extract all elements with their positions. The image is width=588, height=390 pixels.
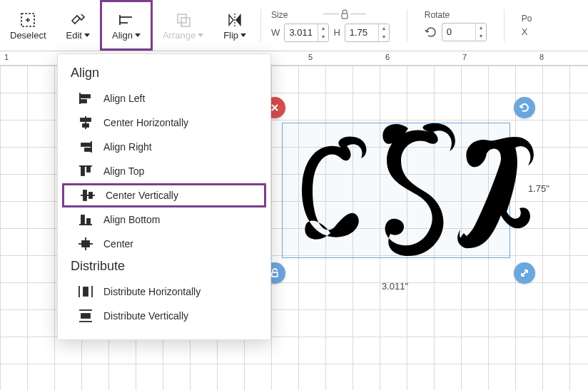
svg-rect-24: [81, 166, 84, 175]
align-right-icon: [78, 140, 93, 154]
svg-rect-40: [81, 314, 90, 318]
align-label: Align: [112, 30, 141, 41]
item-label: Center: [103, 238, 133, 250]
distribute-header: Distribute: [58, 256, 270, 279]
deselect-button[interactable]: Deselect: [0, 0, 56, 51]
svg-rect-27: [83, 190, 86, 200]
monogram-s[interactable]: [365, 121, 458, 264]
spin-down[interactable]: ▾: [476, 32, 486, 41]
center-horizontally-item[interactable]: Center Horizontally: [58, 111, 270, 135]
svg-rect-19: [83, 124, 88, 127]
monogram-c[interactable]: [291, 133, 370, 247]
rotate-field[interactable]: [442, 26, 475, 37]
deselect-label: Deselect: [10, 30, 46, 41]
spin-up[interactable]: ▴: [318, 24, 328, 33]
position-title: Po: [522, 14, 532, 24]
caret-icon: [198, 34, 203, 37]
svg-rect-31: [87, 219, 90, 225]
center-vertically-item[interactable]: Center Vertically: [62, 183, 266, 207]
ruler-tick: 8: [539, 53, 544, 61]
monogram-l[interactable]: [450, 133, 535, 251]
width-field[interactable]: [285, 27, 318, 38]
properties-panel: Size W ▴▾ H ▴▾: [271, 9, 532, 42]
svg-rect-21: [81, 143, 91, 146]
deselect-icon: [20, 10, 36, 30]
flip-button[interactable]: Flip: [213, 0, 256, 51]
distribute-vertically-icon: [78, 309, 93, 323]
svg-rect-7: [181, 18, 190, 26]
w-label: W: [271, 27, 280, 38]
item-label: Distribute Vertically: [103, 310, 188, 322]
rotate-title: Rotate: [425, 10, 487, 20]
align-icon: [118, 10, 135, 30]
edit-label: Edit: [66, 30, 90, 41]
svg-rect-30: [81, 215, 84, 225]
svg-rect-34: [82, 241, 89, 247]
align-button[interactable]: Align: [100, 0, 153, 51]
svg-rect-18: [81, 118, 91, 121]
separator: [407, 9, 407, 42]
resize-handle[interactable]: [514, 262, 535, 284]
rotate-icon: [425, 26, 437, 39]
align-top-icon: [78, 164, 93, 178]
rotate-input[interactable]: ▴▾: [442, 23, 487, 41]
item-label: Center Vertically: [106, 190, 178, 201]
height-input[interactable]: ▴▾: [345, 24, 390, 42]
svg-rect-28: [89, 193, 92, 198]
align-bottom-item[interactable]: Align Bottom: [58, 207, 270, 232]
svg-rect-22: [85, 148, 91, 151]
caret-icon: [240, 34, 246, 37]
flip-label: Flip: [223, 30, 246, 41]
svg-rect-25: [87, 166, 90, 172]
toolbar: Deselect Edit Align Arrange: [0, 0, 588, 51]
align-left-item[interactable]: Align Left: [58, 86, 270, 111]
width-input[interactable]: ▴▾: [284, 24, 329, 42]
size-block: Size W ▴▾ H ▴▾: [271, 9, 390, 42]
separator: [260, 9, 261, 42]
align-dropdown: Align Align Left Center Horizontally Ali…: [57, 53, 271, 340]
separator: [504, 9, 505, 42]
align-top-item[interactable]: Align Top: [58, 159, 270, 183]
lock-icon: [340, 9, 349, 19]
arrange-icon: [176, 10, 191, 30]
svg-rect-37: [83, 287, 88, 296]
align-header: Align: [58, 63, 270, 86]
size-title: Size: [271, 10, 288, 20]
edit-button[interactable]: Edit: [56, 0, 100, 51]
item-label: Align Right: [103, 141, 152, 153]
align-bottom-icon: [78, 212, 93, 227]
spin-down[interactable]: ▾: [318, 33, 328, 41]
item-label: Align Left: [103, 93, 145, 104]
ruler-tick: 1: [4, 53, 9, 61]
item-label: Distribute Horizontally: [103, 286, 201, 297]
position-block: Po X: [522, 14, 532, 37]
distribute-horizontally-icon: [78, 284, 93, 299]
center-horizontally-icon: [78, 116, 93, 130]
ruler-tick: 6: [385, 53, 390, 61]
x-label: X: [522, 26, 528, 37]
center-item[interactable]: Center: [58, 232, 270, 256]
center-vertically-icon: [80, 188, 96, 202]
spin-up[interactable]: ▴: [379, 24, 389, 33]
align-left-icon: [78, 91, 93, 106]
spin-down[interactable]: ▾: [379, 33, 389, 41]
align-right-item[interactable]: Align Right: [58, 135, 270, 159]
rotate-handle[interactable]: [514, 97, 535, 118]
h-label: H: [333, 27, 340, 38]
svg-line-13: [522, 270, 527, 276]
center-icon: [78, 237, 93, 251]
caret-icon: [84, 34, 90, 37]
spin-up[interactable]: ▴: [476, 24, 486, 32]
flip-icon: [226, 10, 243, 30]
height-field[interactable]: [345, 27, 378, 38]
caret-icon: [135, 34, 141, 37]
edit-icon: [70, 10, 86, 30]
svg-rect-12: [272, 272, 278, 277]
lock-aspect[interactable]: [323, 9, 366, 19]
ruler-tick: 5: [308, 53, 313, 61]
width-dim-label: 3.011": [382, 281, 408, 292]
distribute-vertically-item[interactable]: Distribute Vertically: [58, 304, 270, 328]
distribute-horizontally-item[interactable]: Distribute Horizontally: [58, 279, 270, 304]
svg-rect-16: [80, 100, 86, 103]
svg-rect-9: [342, 14, 348, 19]
